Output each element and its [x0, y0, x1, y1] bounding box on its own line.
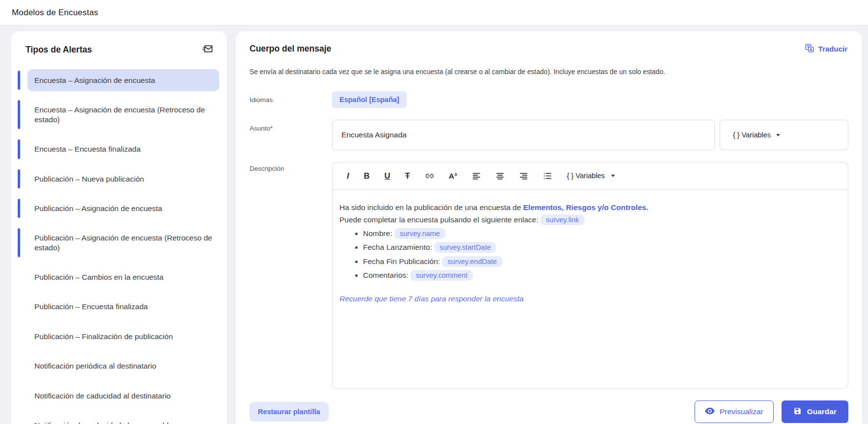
editor-note: Recuerde que tiene 7 días para responder…: [339, 294, 841, 304]
sidebar-item-publicacion-asignacion-retroceso[interactable]: Publicación – Asignación de encuesta (Re…: [28, 227, 219, 259]
translate-icon: [805, 43, 814, 54]
align-right-button[interactable]: [515, 169, 532, 184]
bullet-list-button[interactable]: [538, 168, 557, 184]
sidebar-item-label: Encuesta – Asignación de encuesta: [34, 76, 155, 84]
subject-row: Asunto* { } Variables: [250, 120, 848, 150]
bullet-list-icon: [543, 171, 552, 181]
description-label: Descripción: [250, 162, 332, 389]
variable-chip-survey-link: survey.link: [540, 214, 584, 225]
page-body: Tipos de Alertas Encuesta – Asignación d…: [0, 26, 868, 424]
sidebar-item-publicacion-finalizacion[interactable]: Publicación – Finalización de publicació…: [28, 325, 219, 347]
variable-chip-survey-startdate: survey.startDate: [434, 242, 497, 253]
sidebar-item-notificacion-periodica[interactable]: Notificación periódica al destinatario: [28, 355, 219, 377]
save-label: Guardar: [807, 407, 837, 416]
preview-label: Previsualizar: [720, 407, 763, 416]
sidebar-item-label: Publicación – Asignación de encuesta: [34, 204, 162, 212]
sidebar-item-notificacion-caducidad-destinatario[interactable]: Notificación de caducidad al destinatari…: [28, 385, 219, 407]
editor-line: Puede completar la encuesta pulsando el …: [339, 215, 841, 225]
align-center-button[interactable]: [491, 169, 509, 184]
alert-type-list: Encuesta – Asignación de encuesta Encues…: [11, 69, 227, 424]
sidebar-item-publicacion-asignacion[interactable]: Publicación – Asignación de encuesta: [28, 197, 219, 219]
sidebar-item-label: Encuesta – Asignación de encuesta (Retro…: [34, 106, 205, 123]
align-center-icon: [496, 172, 504, 181]
template-form: Idiomas Español [España] Asunto* { } Var…: [250, 91, 848, 423]
sidebar-title: Tipos de Alertas: [26, 45, 92, 55]
align-left-icon: [472, 172, 481, 181]
main-header: Cuerpo del mensaje Traducir: [250, 41, 848, 56]
save-icon: [793, 407, 802, 417]
font-size-button[interactable]: A°: [445, 169, 462, 183]
sidebar-item-label: Publicación – Asignación de encuesta (Re…: [34, 234, 212, 251]
align-left-button[interactable]: [468, 169, 485, 184]
languages-label: Idiomas: [250, 91, 332, 108]
variable-chip-survey-enddate: survey.endDate: [442, 256, 502, 267]
editor-bullet: Fecha Fin Publicación: survey.endDate: [363, 257, 841, 266]
chevron-down-icon: [776, 134, 780, 136]
variable-chip-survey-comment: survey.comment: [410, 270, 473, 281]
sidebar-item-label: Publicación – Encuesta finalizada: [34, 302, 148, 311]
app-header: Modelos de Encuestas: [0, 0, 868, 26]
variable-chip-survey-name: survey.name: [394, 228, 446, 239]
language-chip[interactable]: Español [España]: [332, 91, 407, 108]
bold-button[interactable]: B: [360, 169, 374, 183]
underline-button[interactable]: U: [380, 169, 395, 183]
message-body-panel: Cuerpo del mensaje Traducir Se envía al …: [236, 31, 862, 424]
bold-blue-text: Elementos, Riesgos y/o Controles.: [523, 203, 648, 212]
editor-toolbar: I B U T A°: [333, 162, 848, 190]
editor-line: Ha sido incluido en la publicación de un…: [339, 203, 841, 212]
editor-bullet: Fecha Lanzamiento: survey.startDate: [363, 242, 841, 252]
panel-description: Se envía al destinatario cada vez que se…: [250, 68, 848, 76]
app-window: Modelos de Encuestas Tipos de Alertas En…: [0, 0, 868, 424]
link-button[interactable]: [420, 168, 439, 184]
editor-variables-dropdown[interactable]: { } Variables: [562, 169, 619, 183]
languages-row: Idiomas Español [España]: [250, 91, 848, 108]
save-button[interactable]: Guardar: [782, 400, 848, 423]
link-icon: [425, 171, 434, 181]
italic-button[interactable]: I: [342, 169, 354, 183]
editor-content-area[interactable]: Ha sido incluido en la publicación de un…: [333, 190, 848, 388]
editor-bullet: Nombre: survey.name: [363, 229, 841, 238]
strikethrough-button[interactable]: T: [400, 169, 414, 183]
sidebar-item-publicacion-encuesta-finalizada[interactable]: Publicación – Encuesta finalizada: [28, 295, 219, 318]
panel-title: Cuerpo del mensaje: [250, 44, 331, 54]
subject-label: Asunto*: [250, 120, 332, 150]
sidebar-item-publicacion-nueva[interactable]: Publicación – Nueva publicación: [28, 168, 219, 190]
alert-types-panel: Tipos de Alertas Encuesta – Asignación d…: [11, 31, 227, 424]
restore-template-button[interactable]: Restaurar plantilla: [250, 402, 329, 422]
sidebar-item-label: Publicación – Cambios en la encuesta: [34, 273, 164, 281]
translate-label: Traducir: [818, 45, 847, 53]
editor-bullet-list: Nombre: survey.name Fecha Lanzamiento: s…: [339, 229, 841, 280]
sidebar-item-encuesta-finalizada[interactable]: Encuesta – Encuesta finalizada: [28, 138, 219, 160]
eye-icon: [705, 407, 715, 417]
preview-button[interactable]: Previsualizar: [695, 400, 774, 423]
variables-label: { } Variables: [567, 172, 605, 180]
editor-bullet: Comentarios: survey.comment: [363, 270, 841, 280]
sidebar-item-label: Publicación – Nueva publicación: [34, 175, 144, 183]
subject-variables-dropdown[interactable]: { } Variables: [720, 120, 848, 150]
sidebar-item-encuesta-asignacion-retroceso[interactable]: Encuesta – Asignación de encuesta (Retro…: [28, 99, 219, 131]
rich-text-editor: I B U T A°: [332, 162, 848, 389]
align-right-icon: [519, 172, 528, 181]
page-title: Modelos de Encuestas: [12, 8, 98, 18]
sidebar-item-encuesta-asignacion[interactable]: Encuesta – Asignación de encuesta: [28, 69, 219, 91]
sidebar-item-label: Notificación periódica al destinatario: [34, 362, 156, 370]
sidebar-item-publicacion-cambios[interactable]: Publicación – Cambios en la encuesta: [28, 266, 219, 288]
sidebar-item-label: Encuesta – Encuesta finalizada: [34, 145, 140, 153]
subject-input[interactable]: [332, 120, 715, 150]
chevron-down-icon: [611, 175, 615, 177]
variables-label: { } Variables: [733, 131, 771, 139]
sidebar-header: Tipos de Alertas: [11, 31, 227, 64]
translate-button[interactable]: Traducir: [804, 41, 848, 56]
sidebar-item-label: Notificación de caducidad al destinatari…: [34, 392, 170, 400]
sidebar-item-label: Publicación – Finalización de publicació…: [34, 332, 173, 341]
send-mail-icon: [202, 43, 213, 56]
actions-row: Restaurar plantilla Previsualizar: [250, 400, 848, 423]
sidebar-item-label: Notificación de caducidad al responsable: [34, 421, 173, 424]
sidebar-item-notificacion-caducidad-responsable[interactable]: Notificación de caducidad al responsable: [28, 414, 219, 424]
description-row: Descripción I B U T: [250, 162, 848, 389]
